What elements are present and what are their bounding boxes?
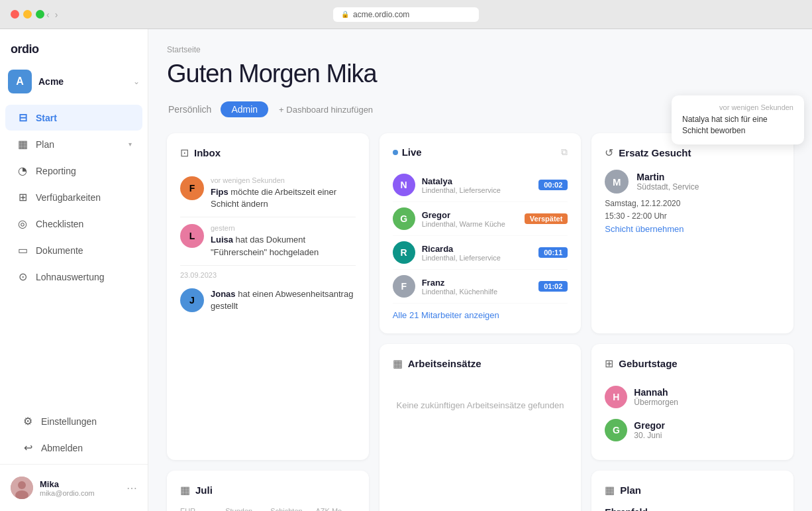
- live-badge-natalya: 00:02: [538, 180, 568, 190]
- sidebar-item-abmelden[interactable]: ↩ Abmelden: [11, 435, 137, 461]
- juli-header: ▦ Juli: [180, 484, 356, 496]
- document-icon: ▭: [16, 244, 29, 256]
- browser-close-dot[interactable]: [11, 10, 19, 19]
- sidebar-item-plan[interactable]: ▦ Plan ▾: [5, 131, 142, 157]
- browser-forward-button[interactable]: ›: [55, 9, 58, 20]
- account-switcher[interactable]: A Acme ⌄: [0, 64, 148, 99]
- list-item: G Gregor Lindenthal, Warme Küche Verspät…: [393, 202, 568, 236]
- stat-azk: AZK Mo... 40 St...: [315, 507, 355, 511]
- calendar-mini-icon: ▦: [180, 484, 190, 496]
- copy-icon[interactable]: ⧉: [561, 146, 568, 158]
- inbox-header: ⊡ Inbox: [180, 146, 356, 159]
- sidebar-item-lohnauswertung[interactable]: ⊙ Lohnauswertung: [5, 264, 142, 290]
- svg-point-1: [18, 481, 26, 489]
- live-avatar-ricarda: R: [393, 241, 415, 264]
- url-bar[interactable]: 🔒 acme.ordio.com: [333, 7, 479, 22]
- settings-icon: ⚙: [21, 415, 34, 427]
- page-title: Guten Morgen Mika: [167, 60, 793, 88]
- main-content: vor wenigen Sekunden Natalya hat sich fü…: [148, 29, 812, 511]
- user-avatar: [11, 477, 33, 499]
- inbox-avatar-jonas: J: [180, 288, 204, 312]
- sidebar-item-verfugbarkeiten[interactable]: ⊞ Verfügbarkeiten: [5, 184, 142, 210]
- home-icon: ⊟: [16, 111, 29, 124]
- arbeit-card: ▦ Arbeitseinsätze Keine zukünftigen Arbe…: [380, 344, 582, 511]
- inbox-avatar-fips: F: [180, 176, 204, 200]
- live-badge-ricarda: 00:11: [538, 247, 568, 258]
- list-item: F vor wenigen Sekunden Fips möchte die A…: [180, 170, 356, 217]
- arbeit-empty-text: Keine zukünftigen Arbeitseinsätze gefund…: [393, 380, 568, 430]
- inbox-item-content: Jonas hat einen Abwesenheitsantrag geste…: [211, 288, 356, 312]
- user-email: mika@ordio.com: [40, 489, 120, 497]
- sidebar-item-dokumente[interactable]: ▭ Dokumente: [5, 237, 142, 263]
- ersatz-header: ↺ Ersatz Gesucht: [605, 146, 780, 159]
- inbox-avatar-luisa: L: [180, 224, 204, 248]
- user-profile[interactable]: Mika mika@ordio.com ⋯: [5, 470, 142, 506]
- ersatz-card: ↺ Ersatz Gesucht M Martin Südstadt, Serv…: [591, 133, 793, 333]
- live-avatar-natalya: N: [393, 174, 415, 196]
- sidebar-item-checklisten[interactable]: ◎ Checklisten: [5, 211, 142, 237]
- live-dot: [393, 150, 398, 155]
- ersatz-person-row: M Martin Südstadt, Service: [605, 170, 780, 194]
- plan-icon: ▦: [605, 484, 615, 496]
- sidebar-item-reporting[interactable]: ◔ Reporting: [5, 158, 142, 184]
- ersatz-avatar: M: [605, 170, 629, 194]
- bday-info: Hannah Übermorgen: [634, 387, 678, 407]
- live-item-info: Gregor Lindenthal, Warme Küche: [422, 210, 518, 228]
- juli-stats: EUR 168,50 Stunden 17:50 Schichten 4 AZK…: [180, 507, 356, 511]
- stat-stunden: Stunden 17:50: [225, 507, 265, 511]
- ersatz-detail: Samstag, 12.12.2020 15:30 - 22:00 Uhr: [605, 198, 780, 223]
- live-card: Live ⧉ N Natalya Lindenthal, Lieferservi…: [380, 133, 582, 333]
- browser-maximize-dot[interactable]: [36, 10, 44, 19]
- live-item-info: Ricarda Lindenthal, Lieferservice: [422, 244, 533, 262]
- tab-personal[interactable]: Persönlich: [167, 101, 213, 117]
- bday-info: Gregor 30. Juni: [634, 420, 665, 440]
- geburtstage-header: ⊞ Geburtstage: [605, 357, 780, 370]
- live-item-info: Franz Lindenthal, Küchenhilfe: [422, 278, 533, 296]
- dashboard-grid: ⊡ Inbox F vor wenigen Sekunden Fips möch…: [167, 133, 793, 511]
- sidebar-item-einstellungen[interactable]: ⚙ Einstellungen: [11, 408, 137, 434]
- logo: ordio: [0, 29, 148, 64]
- notification-toast: vor wenigen Sekunden Natalya hat sich fü…: [672, 95, 804, 144]
- browser-back-button[interactable]: ‹: [46, 9, 50, 20]
- live-all-link[interactable]: Alle 21 Mitarbeiter anzeigen: [393, 304, 568, 320]
- account-name: Acme: [38, 76, 64, 87]
- sidebar: ordio A Acme ⌄ ⊟ Start ▦ Plan ▾ ◔ Report…: [0, 29, 148, 511]
- live-avatar-gregor: G: [393, 207, 415, 230]
- birthday-icon: ⊞: [605, 357, 613, 370]
- live-avatar-franz: F: [393, 275, 415, 298]
- toast-text: Natalya hat sich für eine Schicht beworb…: [682, 114, 793, 137]
- chevron-down-icon: ▾: [128, 141, 132, 148]
- stat-eur: EUR 168,50: [180, 507, 220, 511]
- list-item: G Gregor 30. Juni: [605, 414, 780, 447]
- user-info: Mika mika@ordio.com: [40, 479, 120, 497]
- list-check-icon: ⊞: [16, 191, 29, 203]
- bday-avatar-hannah: H: [605, 386, 627, 408]
- bday-avatar-gregor: G: [605, 419, 627, 441]
- user-menu-button[interactable]: ⋯: [127, 482, 137, 494]
- calendar-icon: ▦: [16, 138, 29, 150]
- lock-icon: 🔒: [341, 11, 349, 18]
- money-icon: ⊙: [16, 270, 29, 283]
- live-badge-franz: 01:02: [538, 281, 568, 292]
- plan-location: Ehrenfeld: [605, 507, 780, 511]
- ersatz-link[interactable]: Schicht übernehmen: [605, 224, 684, 234]
- browser-minimize-dot[interactable]: [23, 10, 32, 19]
- arbeit-icon: ▦: [393, 357, 403, 370]
- toast-time: vor wenigen Sekunden: [682, 103, 793, 111]
- live-indicator: Live: [393, 146, 422, 158]
- account-chevron-icon: ⌄: [133, 77, 140, 86]
- sidebar-item-start[interactable]: ⊟ Start: [5, 105, 142, 131]
- tab-add-dashboard[interactable]: + Dashboard hinzufügen: [279, 105, 373, 115]
- inbox-date-separator: 23.09.2023: [180, 266, 356, 282]
- inbox-title: Inbox: [194, 147, 221, 158]
- live-item-info: Natalya Lindenthal, Lieferservice: [422, 176, 533, 194]
- juli-card: ▦ Juli EUR 168,50 Stunden 17:50 Schichte…: [167, 471, 369, 511]
- ersatz-icon: ↺: [605, 146, 613, 159]
- plan-header: ▦ Plan: [605, 484, 780, 496]
- checklist-icon: ◎: [16, 217, 29, 230]
- ersatz-info: Martin Südstadt, Service: [636, 172, 780, 192]
- account-avatar: A: [8, 70, 32, 93]
- list-item: R Ricarda Lindenthal, Lieferservice 00:1…: [393, 236, 568, 270]
- tab-admin[interactable]: Admin: [221, 101, 268, 117]
- logout-icon: ↩: [21, 441, 34, 454]
